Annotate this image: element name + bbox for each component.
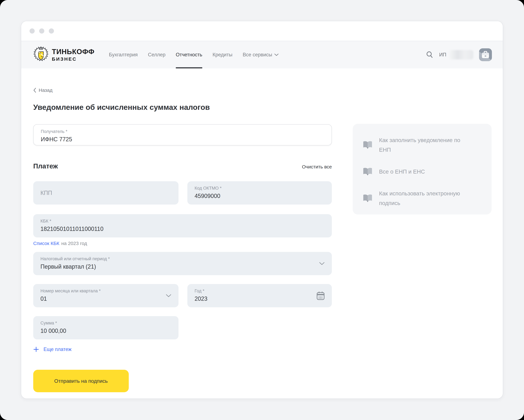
amount-field[interactable]: Сумма * 10 000,00	[33, 316, 179, 339]
header-right: ИП	[426, 48, 492, 61]
nav-label: Кредиты	[213, 52, 232, 58]
book-icon	[363, 194, 373, 202]
month-or-quarter-value: 01	[40, 295, 171, 302]
screen: ТИНЬКОФФ БИЗНЕС Бухгалтерия Селлер Отчет…	[0, 0, 524, 420]
nav-label: Бухгалтерия	[109, 52, 138, 58]
tinkoff-crest-icon	[33, 46, 49, 63]
add-payment-button[interactable]: Еще платеж	[33, 346, 72, 353]
submit-button[interactable]: Отправить на подпись	[33, 370, 129, 392]
back-label: Назад	[39, 88, 52, 93]
payment-section-header: Платеж Очистить все	[33, 162, 332, 170]
amount-value: 10 000,00	[40, 327, 171, 334]
recipient-value: ИФНС 7725	[41, 136, 324, 143]
window-titlebar	[21, 21, 503, 41]
chevron-down-icon	[274, 53, 279, 56]
nav-item-vse-servisy[interactable]: Все сервисы	[243, 41, 279, 68]
help-link-text: Как использовать электронную подпись	[379, 189, 469, 208]
month-or-quarter-select[interactable]: Номер месяца или квартала * 01	[33, 284, 179, 307]
kbk-label: КБК *	[40, 218, 325, 224]
add-payment-label: Еще платеж	[44, 346, 72, 352]
app-header: ТИНЬКОФФ БИЗНЕС Бухгалтерия Селлер Отчет…	[21, 41, 503, 68]
window-control-dot[interactable]	[30, 28, 35, 34]
book-icon	[363, 167, 373, 176]
help-link-electronic-signature[interactable]: Как использовать электронную подпись	[363, 189, 482, 208]
nav-item-kredity[interactable]: Кредиты	[213, 41, 232, 68]
plus-icon	[33, 346, 39, 352]
period-label: Налоговый или отчетный период *	[40, 256, 325, 262]
kpp-placeholder: КПП	[40, 190, 52, 196]
nav-label: Отчетность	[176, 52, 202, 58]
logo-line1: ТИНЬКОФФ	[52, 48, 95, 55]
year-value: 2023	[195, 295, 325, 302]
profile-prefix: ИП	[439, 52, 446, 58]
briefcase-avatar[interactable]	[479, 48, 492, 61]
month-year-row: Номер месяца или квартала * 01 Год * 202…	[33, 284, 332, 307]
kpp-field[interactable]: КПП	[33, 181, 179, 205]
page-title: Уведомление об исчисленных суммах налого…	[33, 103, 332, 112]
year-field[interactable]: Год * 2023	[187, 284, 332, 307]
recipient-label: Получатель *	[41, 129, 324, 134]
chevron-left-icon	[33, 88, 36, 93]
nav-label: Селлер	[148, 52, 166, 58]
nav-item-buhgalteriya[interactable]: Бухгалтерия	[109, 41, 138, 68]
page-body: Назад Уведомление об исчисленных суммах …	[21, 68, 503, 398]
help-link-all-about-enp[interactable]: Все о ЕНП и ЕНС	[363, 167, 482, 176]
tinkoff-logo[interactable]: ТИНЬКОФФ БИЗНЕС	[33, 46, 95, 63]
search-icon[interactable]	[426, 51, 433, 59]
help-link-text: Все о ЕНП и ЕНС	[379, 167, 469, 176]
recipient-field[interactable]: Получатель * ИФНС 7725	[33, 124, 332, 145]
year-label: Год *	[195, 288, 325, 294]
form-column: Назад Уведомление об исчисленных суммах …	[33, 68, 332, 392]
kbk-list-suffix: на 2023 год	[61, 241, 87, 246]
profile-name-blurred	[449, 50, 473, 59]
window-control-dot[interactable]	[49, 28, 54, 34]
month-or-quarter-label: Номер месяца или квартала *	[40, 288, 171, 294]
logo-text: ТИНЬКОФФ БИЗНЕС	[52, 48, 95, 61]
kbk-link-row: Список КБК на 2023 год	[33, 240, 332, 246]
briefcase-icon	[482, 51, 489, 58]
main-nav: Бухгалтерия Селлер Отчетность Кредиты Вс…	[109, 41, 279, 68]
clear-all-button[interactable]: Очистить все	[302, 164, 332, 170]
oktmo-label: Код ОКТМО *	[195, 185, 325, 191]
oktmo-value: 45909000	[195, 192, 325, 200]
calendar-icon[interactable]	[317, 291, 325, 300]
nav-item-otchetnost[interactable]: Отчетность	[176, 41, 202, 68]
kpp-oktmo-row: КПП Код ОКТМО * 45909000	[33, 181, 332, 205]
chevron-down-icon	[319, 262, 325, 265]
kbk-field[interactable]: КБК * 18210501011011000110	[33, 214, 332, 237]
chevron-down-icon	[166, 294, 171, 297]
period-value: Первый квартал (21)	[40, 263, 325, 270]
nav-item-seller[interactable]: Селлер	[148, 41, 166, 68]
help-link-enp-notification[interactable]: Как заполнить уведомление по ЕНП	[363, 135, 482, 155]
payment-section-title: Платеж	[33, 162, 58, 170]
back-link[interactable]: Назад	[33, 87, 52, 93]
help-panel: Как заполнить уведомление по ЕНП Все о Е…	[353, 124, 492, 214]
help-link-text: Как заполнить уведомление по ЕНП	[379, 135, 469, 155]
window-control-dot[interactable]	[39, 28, 44, 34]
book-icon	[363, 141, 373, 149]
nav-label: Все сервисы	[243, 52, 272, 58]
kbk-list-link[interactable]: Список КБК	[33, 241, 59, 246]
oktmo-field[interactable]: Код ОКТМО * 45909000	[187, 181, 332, 205]
logo-line2: БИЗНЕС	[52, 57, 95, 61]
browser-window: ТИНЬКОФФ БИЗНЕС Бухгалтерия Селлер Отчет…	[21, 21, 503, 399]
period-select[interactable]: Налоговый или отчетный период * Первый к…	[33, 252, 332, 275]
amount-label: Сумма *	[40, 320, 171, 326]
kbk-value: 18210501011011000110	[40, 225, 325, 232]
profile[interactable]: ИП	[439, 50, 473, 59]
